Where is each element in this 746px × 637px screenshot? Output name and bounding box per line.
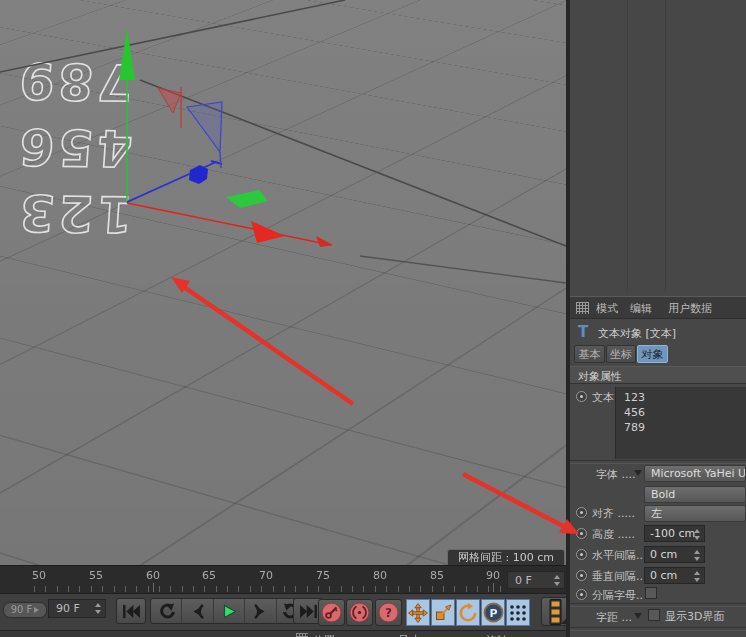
parameter-icon: P: [483, 602, 504, 623]
key-pla-toggle[interactable]: [506, 599, 530, 626]
ruler-tick-label: 70: [251, 569, 281, 582]
x-axis-cone-icon[interactable]: [251, 221, 285, 243]
menu-edit[interactable]: 编辑: [630, 301, 652, 316]
vgap-value: 0 cm: [650, 569, 677, 582]
show3d-checkbox[interactable]: [648, 609, 660, 621]
show3d-label: 显示3D界面: [665, 609, 724, 624]
axis-gizmo-overlay: [0, 0, 566, 565]
record-keyframe-button[interactable]: [318, 599, 345, 626]
anim-dot-height[interactable]: [576, 528, 587, 539]
key-position-toggle[interactable]: [406, 599, 430, 626]
anim-dot-text[interactable]: [576, 391, 587, 402]
range-end-marker[interactable]: 90 F: [3, 602, 47, 618]
height-field[interactable]: -100 cm: [644, 525, 705, 542]
svg-text:P: P: [489, 607, 497, 620]
ruler-tick-label: 65: [194, 569, 224, 582]
font-family-dropdown[interactable]: Microsoft YaHei UI: [644, 465, 746, 482]
blue-handle-stem[interactable]: [220, 152, 221, 168]
panel-grip-icon[interactable]: [576, 302, 589, 314]
vgap-field[interactable]: 0 cm: [644, 567, 705, 584]
ruler-tick-label: 50: [24, 569, 54, 582]
grid-major-line: [0, 0, 345, 72]
ruler-major-tick: [493, 583, 494, 592]
spinner-icon[interactable]: [693, 528, 702, 541]
row-divider: [570, 460, 746, 464]
menu-mode[interactable]: 模式: [596, 301, 618, 316]
spinner-icon[interactable]: [94, 602, 103, 615]
play-button[interactable]: [214, 599, 245, 623]
height-value: -100 cm: [650, 527, 695, 540]
coord-rotation-label: 旋转: [486, 633, 508, 637]
key-rotation-toggle[interactable]: [456, 599, 480, 626]
anim-dot-vgap[interactable]: [576, 570, 587, 581]
viewport-3d[interactable]: 789 456 123: [0, 0, 566, 565]
text-object-icon: T: [578, 323, 588, 341]
goto-start-icon: [122, 604, 141, 619]
attribute-manager-panel: 模式 编辑 用户数据 T 文本对象 [文本] 基本 坐标 对象 对象属性 文本 …: [570, 0, 746, 637]
spinner-icon[interactable]: [693, 549, 702, 562]
keyframe-help-button[interactable]: ?: [375, 599, 402, 626]
section-object-properties[interactable]: 对象属性: [570, 366, 746, 384]
font-label: 字体 ....: [596, 467, 635, 482]
blue-handle-flag-icon[interactable]: [187, 102, 222, 152]
tab-coordinates[interactable]: 坐标: [606, 345, 636, 363]
spinner-icon[interactable]: [693, 570, 702, 583]
end-frame-field[interactable]: 90 F: [48, 599, 106, 618]
ruler-tick-label: 75: [308, 569, 338, 582]
separate-checkbox[interactable]: [645, 587, 657, 599]
x-axis-arrow-icon[interactable]: [316, 236, 333, 247]
font-style-dropdown[interactable]: Bold: [644, 486, 746, 503]
text-field-label: 文本: [592, 390, 614, 405]
range-end-value: 90 F: [11, 604, 33, 615]
position-icon: [408, 603, 428, 623]
previous-key-icon: [157, 603, 175, 620]
panel-column-divider: [665, 0, 666, 291]
kerning-flyout-icon[interactable]: [634, 613, 642, 619]
panel-column-divider: [627, 0, 628, 291]
current-frame-field[interactable]: 0 F: [507, 571, 565, 589]
spinner-icon[interactable]: [553, 574, 562, 587]
coord-position-label: 位置: [313, 633, 335, 637]
anim-dot-align[interactable]: [576, 507, 587, 518]
tab-object[interactable]: 对象: [637, 345, 668, 363]
font-flyout-icon[interactable]: [634, 470, 642, 476]
autokey-button[interactable]: [346, 599, 373, 626]
range-arrow-icon: [34, 607, 39, 613]
z-axis-cone-icon[interactable]: [189, 165, 208, 184]
timeline-flyout-button[interactable]: [541, 597, 569, 626]
y-axis-arrow-icon[interactable]: [119, 28, 135, 80]
tab-basic[interactable]: 基本: [574, 345, 605, 363]
align-label: 对齐 .....: [592, 506, 635, 521]
autokey-icon: [349, 602, 370, 623]
previous-key-button[interactable]: [151, 599, 182, 623]
key-scale-toggle[interactable]: [431, 599, 455, 626]
ruler-tick-label: 85: [422, 569, 452, 582]
hgap-label: 水平间隔..: [592, 548, 643, 563]
coordinate-manager-bar: 位置 尺寸 旋转: [0, 630, 570, 637]
red-handle-flag-icon[interactable]: [158, 88, 181, 113]
key-parameter-toggle[interactable]: P: [481, 599, 505, 626]
coord-size-label: 尺寸: [398, 633, 420, 637]
anim-dot-hgap[interactable]: [576, 549, 587, 560]
panel-grip-icon[interactable]: [296, 633, 308, 637]
goto-start-button[interactable]: [116, 598, 146, 624]
section-title: 对象属性: [578, 369, 622, 384]
hgap-field[interactable]: 0 cm: [644, 546, 705, 563]
previous-frame-icon: [190, 604, 206, 619]
x-axis-line[interactable]: [127, 203, 331, 245]
green-cone-icon[interactable]: [226, 190, 268, 208]
attribute-menu-bar: 模式 编辑 用户数据: [570, 296, 746, 319]
hgap-value: 0 cm: [650, 548, 677, 561]
grid-major-line: [360, 256, 566, 283]
ruler-tick-label: 80: [365, 569, 395, 582]
row-divider: [570, 603, 746, 607]
film-strip-icon: [547, 599, 564, 625]
previous-frame-button[interactable]: [182, 599, 213, 623]
next-frame-button[interactable]: [245, 599, 276, 623]
text-content-input[interactable]: 123 456 789: [615, 387, 746, 459]
menu-userdata[interactable]: 用户数据: [668, 301, 712, 316]
anim-dot-separate[interactable]: [576, 589, 587, 600]
grid-spacing-label: 网格间距 : 100 cm: [447, 549, 565, 565]
timeline-ruler[interactable]: 50 55 60 65 70 75 80 85 90 0 F: [0, 565, 570, 594]
align-dropdown[interactable]: 左: [644, 505, 746, 522]
